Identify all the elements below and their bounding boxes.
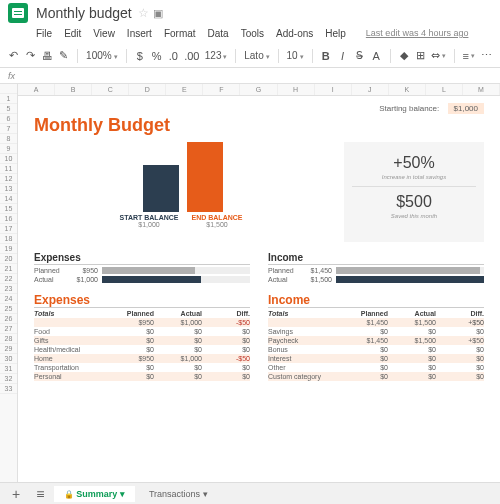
text-color-icon[interactable]: A <box>371 49 382 63</box>
merge-icon[interactable]: ⇔ <box>432 49 446 63</box>
row-header[interactable]: 14 <box>0 194 17 204</box>
row-header[interactable]: 11 <box>0 164 17 174</box>
increase-decimal-icon[interactable]: .00 <box>185 49 199 63</box>
col-header[interactable]: B <box>55 84 92 95</box>
col-header[interactable]: F <box>203 84 240 95</box>
more-icon[interactable]: ⋯ <box>481 49 492 63</box>
row-header[interactable]: 10 <box>0 154 17 164</box>
currency-icon[interactable]: $ <box>134 49 145 63</box>
col-header[interactable]: G <box>240 84 277 95</box>
lock-icon: 🔒 <box>64 490 74 499</box>
number-format-dropdown[interactable]: 123 <box>205 50 228 61</box>
menu-insert[interactable]: Insert <box>127 28 152 39</box>
all-sheets-icon[interactable]: ≡ <box>30 486 50 502</box>
row-header[interactable]: 17 <box>0 224 17 234</box>
add-sheet-button[interactable]: + <box>6 486 26 502</box>
row-header[interactable]: 13 <box>0 184 17 194</box>
col-header[interactable]: J <box>352 84 389 95</box>
row-header[interactable]: 8 <box>0 134 17 144</box>
print-icon[interactable]: 🖶 <box>42 49 53 63</box>
col-header[interactable]: C <box>92 84 129 95</box>
row-header[interactable]: 25 <box>0 304 17 314</box>
row-header[interactable]: 26 <box>0 314 17 324</box>
row-header[interactable]: 12 <box>0 174 17 184</box>
row-header[interactable]: 16 <box>0 214 17 224</box>
row-header[interactable]: 5 <box>0 104 17 114</box>
row-header[interactable]: 7 <box>0 124 17 134</box>
menu-tools[interactable]: Tools <box>241 28 264 39</box>
col-header[interactable]: M <box>463 84 500 95</box>
redo-icon[interactable]: ↷ <box>25 49 36 63</box>
menu-view[interactable]: View <box>93 28 115 39</box>
undo-icon[interactable]: ↶ <box>8 49 19 63</box>
row-header[interactable]: 6 <box>0 114 17 124</box>
row-header[interactable]: 9 <box>0 144 17 154</box>
row-header[interactable]: 29 <box>0 344 17 354</box>
starting-balance-value: $1,000 <box>448 103 484 114</box>
row-header[interactable]: 32 <box>0 374 17 384</box>
row-header[interactable]: 21 <box>0 264 17 274</box>
menu-data[interactable]: Data <box>208 28 229 39</box>
end-balance-value: $1,500 <box>187 221 247 228</box>
zoom-dropdown[interactable]: 100% <box>86 50 118 61</box>
col-header[interactable]: A <box>18 84 55 95</box>
row-headers[interactable]: 1567891011121314151617181920212223242526… <box>0 84 18 482</box>
income-summary: Income Planned$1,450 Actual$1,500 <box>268 252 484 285</box>
italic-icon[interactable]: I <box>337 49 348 63</box>
col-header[interactable]: H <box>278 84 315 95</box>
table-row: Food$0$0$0 <box>34 327 250 336</box>
column-headers[interactable]: ABCDEFGHIJKLM <box>18 84 500 96</box>
borders-icon[interactable]: ⊞ <box>415 49 426 63</box>
spreadsheet-grid: 1567891011121314151617181920212223242526… <box>0 84 500 482</box>
row-header[interactable]: 22 <box>0 274 17 284</box>
row-header[interactable]: 27 <box>0 324 17 334</box>
menu-format[interactable]: Format <box>164 28 196 39</box>
col-header[interactable]: K <box>389 84 426 95</box>
menu-addons[interactable]: Add-ons <box>276 28 313 39</box>
row-header[interactable]: 19 <box>0 244 17 254</box>
sheets-logo-icon[interactable] <box>8 3 28 23</box>
row-header[interactable]: 30 <box>0 354 17 364</box>
last-edit-link[interactable]: Last edit was 4 hours ago <box>366 28 469 38</box>
menu-file[interactable]: File <box>36 28 52 39</box>
fill-color-icon[interactable]: ◆ <box>398 49 409 63</box>
paint-format-icon[interactable]: ✎ <box>59 49 70 63</box>
align-icon[interactable]: ≡ <box>463 49 475 63</box>
folder-icon[interactable]: ▣ <box>153 7 163 20</box>
row-header[interactable]: 18 <box>0 234 17 244</box>
star-icon[interactable]: ☆ <box>138 6 149 20</box>
row-header[interactable]: 33 <box>0 384 17 394</box>
tab-transactions[interactable]: Transactions ▾ <box>139 486 218 502</box>
expenses-table: Expenses TotalsPlannedActualDiff. $950$1… <box>34 293 250 381</box>
row-header[interactable]: 23 <box>0 284 17 294</box>
formula-bar[interactable]: fx <box>0 68 500 84</box>
tab-summary[interactable]: 🔒Summary ▾ <box>54 486 135 502</box>
table-row: Health/medical$0$0$0 <box>34 345 250 354</box>
row-header[interactable]: 15 <box>0 204 17 214</box>
end-balance-label: END BALANCE <box>187 214 247 221</box>
expenses-summary: Expenses Planned$950 Actual$1,000 <box>34 252 250 285</box>
font-size-dropdown[interactable]: 10 <box>286 50 303 61</box>
decrease-decimal-icon[interactable]: .0 <box>168 49 179 63</box>
bold-icon[interactable]: B <box>320 49 331 63</box>
table-row: Gifts$0$0$0 <box>34 336 250 345</box>
menu-edit[interactable]: Edit <box>64 28 81 39</box>
col-header[interactable]: D <box>129 84 166 95</box>
row-header[interactable]: 24 <box>0 294 17 304</box>
strikethrough-icon[interactable]: S̶ <box>354 49 365 63</box>
row-header[interactable]: 31 <box>0 364 17 374</box>
document-title[interactable]: Monthly budget <box>36 5 132 21</box>
menu-help[interactable]: Help <box>325 28 346 39</box>
page-title: Monthly Budget <box>34 115 484 136</box>
col-header[interactable]: L <box>426 84 463 95</box>
starting-balance: Starting balance: $1,000 <box>34 104 484 113</box>
row-header[interactable]: 1 <box>0 94 17 104</box>
sheet-content[interactable]: Starting balance: $1,000 Monthly Budget … <box>18 96 500 397</box>
col-header[interactable]: E <box>166 84 203 95</box>
col-header[interactable]: I <box>315 84 352 95</box>
row-header[interactable]: 20 <box>0 254 17 264</box>
row-header[interactable]: 28 <box>0 334 17 344</box>
table-row: Custom category$0$0$0 <box>268 372 484 381</box>
percent-icon[interactable]: % <box>151 49 162 63</box>
font-dropdown[interactable]: Lato <box>244 50 269 61</box>
